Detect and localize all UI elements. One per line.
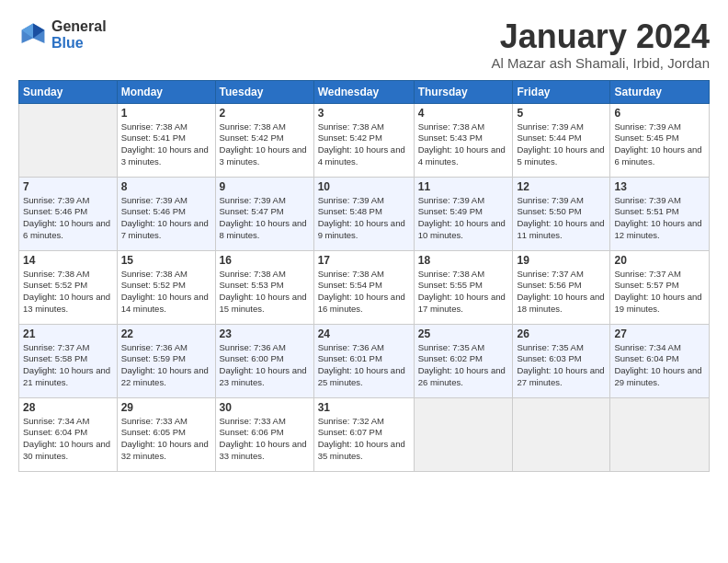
logo-general-text: General xyxy=(51,18,107,35)
table-row: 22 Sunrise: 7:36 AM Sunset: 5:59 PM Dayl… xyxy=(117,324,215,397)
table-row: 1 Sunrise: 7:38 AM Sunset: 5:41 PM Dayli… xyxy=(117,103,215,177)
table-row: 30 Sunrise: 7:33 AM Sunset: 6:06 PM Dayl… xyxy=(215,397,313,471)
table-row: 6 Sunrise: 7:39 AM Sunset: 5:45 PM Dayli… xyxy=(610,103,710,177)
day-info: Sunrise: 7:34 AM Sunset: 6:04 PM Dayligh… xyxy=(23,416,113,463)
col-tuesday: Tuesday xyxy=(215,80,313,103)
day-number: 23 xyxy=(220,327,310,340)
day-info: Sunrise: 7:38 AM Sunset: 5:41 PM Dayligh… xyxy=(121,121,211,168)
table-row: 14 Sunrise: 7:38 AM Sunset: 5:52 PM Dayl… xyxy=(19,250,118,324)
col-saturday: Saturday xyxy=(610,80,710,103)
table-row xyxy=(414,397,513,471)
col-friday: Friday xyxy=(513,80,610,103)
day-number: 13 xyxy=(614,180,705,193)
day-number: 11 xyxy=(418,180,509,193)
calendar-table: Sunday Monday Tuesday Wednesday Thursday… xyxy=(18,80,710,472)
day-number: 14 xyxy=(23,254,113,267)
day-number: 31 xyxy=(318,401,410,414)
day-number: 10 xyxy=(318,180,410,193)
day-info: Sunrise: 7:38 AM Sunset: 5:42 PM Dayligh… xyxy=(220,121,310,168)
table-row xyxy=(19,103,118,177)
day-info: Sunrise: 7:39 AM Sunset: 5:51 PM Dayligh… xyxy=(614,195,705,242)
day-info: Sunrise: 7:35 AM Sunset: 6:03 PM Dayligh… xyxy=(517,342,606,389)
table-row: 15 Sunrise: 7:38 AM Sunset: 5:52 PM Dayl… xyxy=(117,250,215,324)
calendar-week-row: 7 Sunrise: 7:39 AM Sunset: 5:46 PM Dayli… xyxy=(19,177,710,250)
table-row: 19 Sunrise: 7:37 AM Sunset: 5:56 PM Dayl… xyxy=(513,250,610,324)
day-info: Sunrise: 7:38 AM Sunset: 5:54 PM Dayligh… xyxy=(318,269,410,316)
col-wednesday: Wednesday xyxy=(313,80,414,103)
day-number: 8 xyxy=(121,180,211,193)
day-number: 29 xyxy=(121,401,211,414)
day-info: Sunrise: 7:34 AM Sunset: 6:04 PM Dayligh… xyxy=(614,342,705,389)
table-row: 12 Sunrise: 7:39 AM Sunset: 5:50 PM Dayl… xyxy=(513,177,610,250)
table-row: 3 Sunrise: 7:38 AM Sunset: 5:42 PM Dayli… xyxy=(313,103,414,177)
day-number: 4 xyxy=(418,107,509,120)
calendar-title: January 2024 xyxy=(491,18,710,55)
day-info: Sunrise: 7:39 AM Sunset: 5:50 PM Dayligh… xyxy=(517,195,606,242)
day-info: Sunrise: 7:39 AM Sunset: 5:49 PM Dayligh… xyxy=(418,195,509,242)
col-thursday: Thursday xyxy=(414,80,513,103)
day-info: Sunrise: 7:38 AM Sunset: 5:43 PM Dayligh… xyxy=(418,121,509,168)
table-row: 20 Sunrise: 7:37 AM Sunset: 5:57 PM Dayl… xyxy=(610,250,710,324)
day-number: 19 xyxy=(517,254,606,267)
day-info: Sunrise: 7:39 AM Sunset: 5:48 PM Dayligh… xyxy=(318,195,410,242)
table-row: 26 Sunrise: 7:35 AM Sunset: 6:03 PM Dayl… xyxy=(513,324,610,397)
day-info: Sunrise: 7:38 AM Sunset: 5:52 PM Dayligh… xyxy=(121,269,211,316)
header: General Blue January 2024 Al Mazar ash S… xyxy=(18,18,710,71)
day-info: Sunrise: 7:38 AM Sunset: 5:42 PM Dayligh… xyxy=(318,121,410,168)
day-number: 18 xyxy=(418,254,509,267)
table-row xyxy=(610,397,710,471)
day-number: 28 xyxy=(23,401,113,414)
calendar-week-row: 21 Sunrise: 7:37 AM Sunset: 5:58 PM Dayl… xyxy=(19,324,710,397)
logo-icon xyxy=(18,20,48,50)
day-number: 5 xyxy=(517,107,606,120)
day-number: 6 xyxy=(614,107,705,120)
day-number: 2 xyxy=(220,107,310,120)
day-number: 20 xyxy=(614,254,705,267)
table-row: 5 Sunrise: 7:39 AM Sunset: 5:44 PM Dayli… xyxy=(513,103,610,177)
calendar-week-row: 14 Sunrise: 7:38 AM Sunset: 5:52 PM Dayl… xyxy=(19,250,710,324)
day-number: 24 xyxy=(318,327,410,340)
day-info: Sunrise: 7:39 AM Sunset: 5:44 PM Dayligh… xyxy=(517,121,606,168)
day-info: Sunrise: 7:37 AM Sunset: 5:57 PM Dayligh… xyxy=(614,269,705,316)
day-number: 22 xyxy=(121,327,211,340)
table-row: 8 Sunrise: 7:39 AM Sunset: 5:46 PM Dayli… xyxy=(117,177,215,250)
day-info: Sunrise: 7:39 AM Sunset: 5:46 PM Dayligh… xyxy=(23,195,113,242)
logo-text: General Blue xyxy=(51,18,107,51)
day-info: Sunrise: 7:33 AM Sunset: 6:06 PM Dayligh… xyxy=(220,416,310,463)
table-row: 16 Sunrise: 7:38 AM Sunset: 5:53 PM Dayl… xyxy=(215,250,313,324)
col-monday: Monday xyxy=(117,80,215,103)
day-info: Sunrise: 7:38 AM Sunset: 5:53 PM Dayligh… xyxy=(220,269,310,316)
table-row: 7 Sunrise: 7:39 AM Sunset: 5:46 PM Dayli… xyxy=(19,177,118,250)
day-number: 1 xyxy=(121,107,211,120)
table-row xyxy=(513,397,610,471)
table-row: 31 Sunrise: 7:32 AM Sunset: 6:07 PM Dayl… xyxy=(313,397,414,471)
day-info: Sunrise: 7:36 AM Sunset: 5:59 PM Dayligh… xyxy=(121,342,211,389)
day-info: Sunrise: 7:36 AM Sunset: 6:01 PM Dayligh… xyxy=(318,342,410,389)
table-row: 10 Sunrise: 7:39 AM Sunset: 5:48 PM Dayl… xyxy=(313,177,414,250)
table-row: 28 Sunrise: 7:34 AM Sunset: 6:04 PM Dayl… xyxy=(19,397,118,471)
table-row: 9 Sunrise: 7:39 AM Sunset: 5:47 PM Dayli… xyxy=(215,177,313,250)
day-number: 7 xyxy=(23,180,113,193)
day-info: Sunrise: 7:39 AM Sunset: 5:47 PM Dayligh… xyxy=(220,195,310,242)
day-number: 30 xyxy=(220,401,310,414)
day-number: 3 xyxy=(318,107,410,120)
table-row: 13 Sunrise: 7:39 AM Sunset: 5:51 PM Dayl… xyxy=(610,177,710,250)
table-row: 29 Sunrise: 7:33 AM Sunset: 6:05 PM Dayl… xyxy=(117,397,215,471)
table-row: 23 Sunrise: 7:36 AM Sunset: 6:00 PM Dayl… xyxy=(215,324,313,397)
table-row: 11 Sunrise: 7:39 AM Sunset: 5:49 PM Dayl… xyxy=(414,177,513,250)
calendar-week-row: 28 Sunrise: 7:34 AM Sunset: 6:04 PM Dayl… xyxy=(19,397,710,471)
day-number: 26 xyxy=(517,327,606,340)
table-row: 17 Sunrise: 7:38 AM Sunset: 5:54 PM Dayl… xyxy=(313,250,414,324)
day-info: Sunrise: 7:37 AM Sunset: 5:58 PM Dayligh… xyxy=(23,342,113,389)
table-row: 27 Sunrise: 7:34 AM Sunset: 6:04 PM Dayl… xyxy=(610,324,710,397)
logo-blue-text: Blue xyxy=(51,35,107,52)
day-number: 15 xyxy=(121,254,211,267)
page: General Blue January 2024 Al Mazar ash S… xyxy=(0,0,728,563)
col-sunday: Sunday xyxy=(19,80,118,103)
day-number: 21 xyxy=(23,327,113,340)
day-info: Sunrise: 7:39 AM Sunset: 5:46 PM Dayligh… xyxy=(121,195,211,242)
day-info: Sunrise: 7:36 AM Sunset: 6:00 PM Dayligh… xyxy=(220,342,310,389)
day-info: Sunrise: 7:38 AM Sunset: 5:52 PM Dayligh… xyxy=(23,269,113,316)
day-number: 9 xyxy=(220,180,310,193)
logo: General Blue xyxy=(18,18,107,51)
